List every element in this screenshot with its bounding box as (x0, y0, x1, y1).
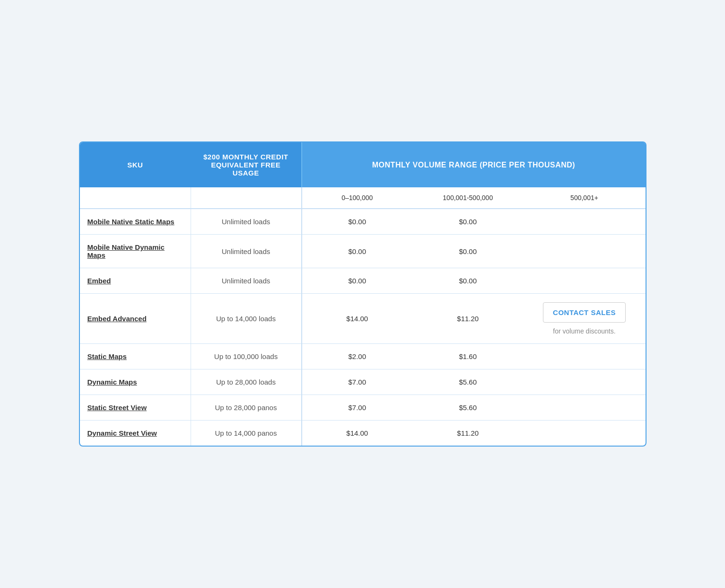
contact-sales-cell: CONTACT SALES for volume discounts. (524, 294, 646, 344)
sub-header-credit (191, 187, 302, 209)
contact-sales-button[interactable]: CONTACT SALES (543, 302, 626, 323)
price1-mobile-native-dynamic: $0.00 (302, 235, 413, 268)
volume-range-header: MONTHLY VOLUME RANGE (PRICE PER THOUSAND… (302, 142, 646, 187)
for-volume-discounts-label: for volume discounts. (553, 327, 615, 335)
free-usage-static-maps: Up to 100,000 loads (191, 344, 302, 369)
table-row: Dynamic Street View Up to 14,000 panos $… (80, 421, 646, 446)
price3-dynamic-maps (524, 369, 646, 395)
price3-embed (524, 268, 646, 294)
price1-embed-advanced: $14.00 (302, 294, 413, 344)
table-row: Mobile Native Static Maps Unlimited load… (80, 209, 646, 235)
sku-mobile-native-dynamic-maps[interactable]: Mobile Native Dynamic Maps (80, 235, 191, 268)
sku-embed[interactable]: Embed (80, 268, 191, 294)
free-usage-mobile-native-dynamic: Unlimited loads (191, 235, 302, 268)
price2-embed: $0.00 (412, 268, 524, 294)
sub-header-range2: 100,001-500,000 (412, 187, 524, 209)
price2-mobile-native-dynamic: $0.00 (412, 235, 524, 268)
table-row: Embed Unlimited loads $0.00 $0.00 (80, 268, 646, 294)
price2-dynamic-maps: $5.60 (412, 369, 524, 395)
price2-mobile-native-static: $0.00 (412, 209, 524, 235)
price3-static-street-view (524, 395, 646, 421)
sku-static-street-view[interactable]: Static Street View (80, 395, 191, 421)
price2-static-maps: $1.60 (412, 344, 524, 369)
price2-dynamic-street-view: $11.20 (412, 421, 524, 446)
price3-mobile-native-static (524, 209, 646, 235)
pricing-table-wrapper: SKU $200 MONTHLY CREDIT EQUIVALENT FREE … (79, 141, 646, 447)
free-usage-dynamic-street-view: Up to 14,000 panos (191, 421, 302, 446)
table-row: Embed Advanced Up to 14,000 loads $14.00… (80, 294, 646, 344)
price1-mobile-native-static: $0.00 (302, 209, 413, 235)
sub-header-range1: 0–100,000 (302, 187, 413, 209)
sub-header-range3: 500,001+ (524, 187, 646, 209)
free-usage-dynamic-maps: Up to 28,000 loads (191, 369, 302, 395)
sku-column-header: SKU (80, 142, 191, 187)
price1-embed: $0.00 (302, 268, 413, 294)
sku-static-maps[interactable]: Static Maps (80, 344, 191, 369)
contact-sales-label: CONTACT SALES (553, 308, 616, 316)
price1-static-street-view: $7.00 (302, 395, 413, 421)
free-usage-embed-advanced: Up to 14,000 loads (191, 294, 302, 344)
free-usage-static-street-view: Up to 28,000 panos (191, 395, 302, 421)
pricing-table: SKU $200 MONTHLY CREDIT EQUIVALENT FREE … (80, 142, 646, 446)
sub-header-sku (80, 187, 191, 209)
price3-dynamic-street-view (524, 421, 646, 446)
price2-static-street-view: $5.60 (412, 395, 524, 421)
price2-embed-advanced: $11.20 (412, 294, 524, 344)
price3-mobile-native-dynamic (524, 235, 646, 268)
table-row: Dynamic Maps Up to 28,000 loads $7.00 $5… (80, 369, 646, 395)
table-row: Static Maps Up to 100,000 loads $2.00 $1… (80, 344, 646, 369)
price1-static-maps: $2.00 (302, 344, 413, 369)
credit-column-header: $200 MONTHLY CREDIT EQUIVALENT FREE USAG… (191, 142, 302, 187)
sku-dynamic-maps[interactable]: Dynamic Maps (80, 369, 191, 395)
free-usage-mobile-native-static: Unlimited loads (191, 209, 302, 235)
sub-header-row: 0–100,000 100,001-500,000 500,001+ (80, 187, 646, 209)
sku-dynamic-street-view[interactable]: Dynamic Street View (80, 421, 191, 446)
sku-mobile-native-static-maps[interactable]: Mobile Native Static Maps (80, 209, 191, 235)
table-row: Static Street View Up to 28,000 panos $7… (80, 395, 646, 421)
free-usage-embed: Unlimited loads (191, 268, 302, 294)
table-row: Mobile Native Dynamic Maps Unlimited loa… (80, 235, 646, 268)
price1-dynamic-street-view: $14.00 (302, 421, 413, 446)
price1-dynamic-maps: $7.00 (302, 369, 413, 395)
price3-static-maps (524, 344, 646, 369)
sku-embed-advanced[interactable]: Embed Advanced (80, 294, 191, 344)
